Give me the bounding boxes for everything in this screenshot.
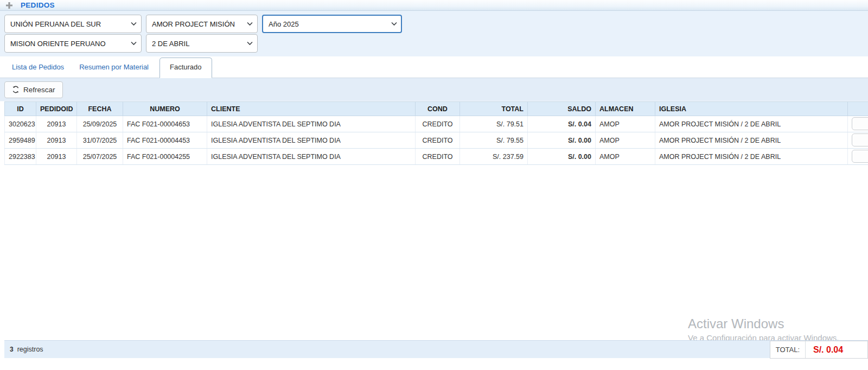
cell-iglesia: AMOR PROJECT MISIÓN / 2 DE ABRIL: [655, 132, 848, 149]
total-value: S/. 0.04: [805, 341, 867, 358]
cell-numero: FAC F021-00004453: [123, 132, 207, 149]
cell-cliente: IGLESIA ADVENTISTA DEL SEPTIMO DIA: [207, 149, 416, 165]
cell-iglesia: AMOR PROJECT MISIÓN / 2 DE ABRIL: [655, 116, 848, 132]
plus-icon[interactable]: [5, 2, 13, 9]
district-select[interactable]: 2 DE ABRIL: [146, 34, 258, 53]
column-header-iglesia[interactable]: IGLESIA: [655, 102, 848, 116]
cell-almacen: AMOP: [596, 132, 655, 149]
record-count-value: 3: [10, 346, 14, 353]
footer-bar: 3 registros TOTAL: S/. 0.04: [4, 340, 868, 358]
cell-saldo: S/. 0.04: [528, 116, 596, 132]
cell-cond: CREDITO: [416, 116, 460, 132]
cell-id: 2922383: [5, 149, 36, 165]
cell-fecha: 25/09/2025: [77, 116, 123, 132]
total-label: TOTAL:: [770, 341, 805, 358]
cell-cond: CREDITO: [416, 132, 460, 149]
toolbar: Refrescar: [0, 78, 868, 101]
table-row: 29223832091325/07/2025FAC F021-00004255I…: [5, 149, 868, 165]
cell-iglesia: AMOR PROJECT MISIÓN / 2 DE ABRIL: [655, 149, 848, 165]
filter-row-2: MISION ORIENTE PERUANO 2 DE ABRIL: [4, 34, 868, 53]
cell-actions: [848, 149, 868, 165]
cell-actions: [848, 116, 868, 132]
cell-pedidoid: 20913: [36, 149, 77, 165]
column-header-cliente[interactable]: CLIENTE: [207, 102, 416, 116]
record-count: 3 registros: [10, 346, 43, 353]
tab-facturado[interactable]: Facturado: [159, 58, 212, 78]
cell-saldo: S/. 0.00: [528, 149, 596, 165]
refresh-button[interactable]: Refrescar: [4, 81, 63, 98]
cell-cond: CREDITO: [416, 149, 460, 165]
pedidos-page: PEDIDOS UNIÓN PERUANA DEL SUR AMOR PROJE…: [0, 0, 868, 370]
cell-total: S/. 79.51: [460, 116, 528, 132]
cell-cliente: IGLESIA ADVENTISTA DEL SEPTIMO DIA: [207, 116, 416, 132]
column-header-pedidoid[interactable]: PEDIDOID: [36, 102, 77, 116]
row-action-button[interactable]: [852, 150, 868, 163]
table-body: 30206232091325/09/2025FAC F021-00004653I…: [5, 116, 868, 165]
refresh-icon: [12, 86, 20, 93]
project-select[interactable]: AMOR PROJECT MISIÓN: [146, 15, 258, 33]
tab-resumen-por-material[interactable]: Resumen por Material: [72, 58, 156, 78]
windows-activation-watermark: Activar Windows Ve a Configuración para …: [688, 316, 839, 342]
column-header-total[interactable]: TOTAL: [460, 102, 528, 116]
cell-fecha: 25/07/2025: [77, 149, 123, 165]
cell-total: S/. 237.59: [460, 149, 528, 165]
cell-saldo: S/. 0.00: [528, 132, 596, 149]
cell-pedidoid: 20913: [36, 116, 77, 132]
cell-numero: FAC F021-00004653: [123, 116, 207, 132]
cell-numero: FAC F021-00004255: [123, 149, 207, 165]
page-header: PEDIDOS: [0, 0, 868, 11]
cell-id: 2959489: [5, 132, 36, 149]
column-header-cond[interactable]: COND: [416, 102, 460, 116]
row-action-button[interactable]: [852, 133, 868, 146]
column-header-saldo[interactable]: SALDO: [528, 102, 596, 116]
mission-select[interactable]: MISION ORIENTE PERUANO: [4, 34, 142, 53]
table-row: 30206232091325/09/2025FAC F021-00004653I…: [5, 116, 868, 132]
row-action-button[interactable]: [852, 117, 868, 130]
cell-almacen: AMOP: [596, 116, 655, 132]
column-header-id[interactable]: ID: [5, 102, 36, 116]
filter-row-1: UNIÓN PERUANA DEL SUR AMOR PROJECT MISIÓ…: [4, 15, 868, 33]
column-header-numero[interactable]: NUMERO: [123, 102, 207, 116]
cell-almacen: AMOP: [596, 149, 655, 165]
invoice-table-container: IDPEDIDOIDFECHANUMEROCLIENTECONDTOTALSAL…: [4, 101, 868, 165]
union-select[interactable]: UNIÓN PERUANA DEL SUR: [4, 15, 142, 33]
tab-bar: Lista de Pedidos Resumen por Material Fa…: [0, 56, 868, 78]
total-box: TOTAL: S/. 0.04: [770, 341, 868, 359]
cell-total: S/. 79.55: [460, 132, 528, 149]
year-select[interactable]: Año 2025: [262, 15, 402, 33]
watermark-title: Activar Windows: [688, 316, 839, 331]
refresh-button-label: Refrescar: [23, 86, 55, 94]
record-count-label: registros: [17, 346, 43, 353]
column-header-actions: [848, 102, 868, 116]
cell-actions: [848, 132, 868, 149]
cell-fecha: 31/07/2025: [77, 132, 123, 149]
invoice-table: IDPEDIDOIDFECHANUMEROCLIENTECONDTOTALSAL…: [4, 101, 868, 165]
table-row: 29594892091331/07/2025FAC F021-00004453I…: [5, 132, 868, 149]
cell-cliente: IGLESIA ADVENTISTA DEL SEPTIMO DIA: [207, 132, 416, 149]
tab-lista-de-pedidos[interactable]: Lista de Pedidos: [4, 58, 72, 78]
cell-pedidoid: 20913: [36, 132, 77, 149]
cell-id: 3020623: [5, 116, 36, 132]
column-header-almacen[interactable]: ALMACEN: [596, 102, 655, 116]
header-row: IDPEDIDOIDFECHANUMEROCLIENTECONDTOTALSAL…: [5, 102, 868, 116]
column-header-fecha[interactable]: FECHA: [77, 102, 123, 116]
page-title: PEDIDOS: [21, 1, 55, 9]
filter-panel: UNIÓN PERUANA DEL SUR AMOR PROJECT MISIÓ…: [0, 11, 868, 56]
